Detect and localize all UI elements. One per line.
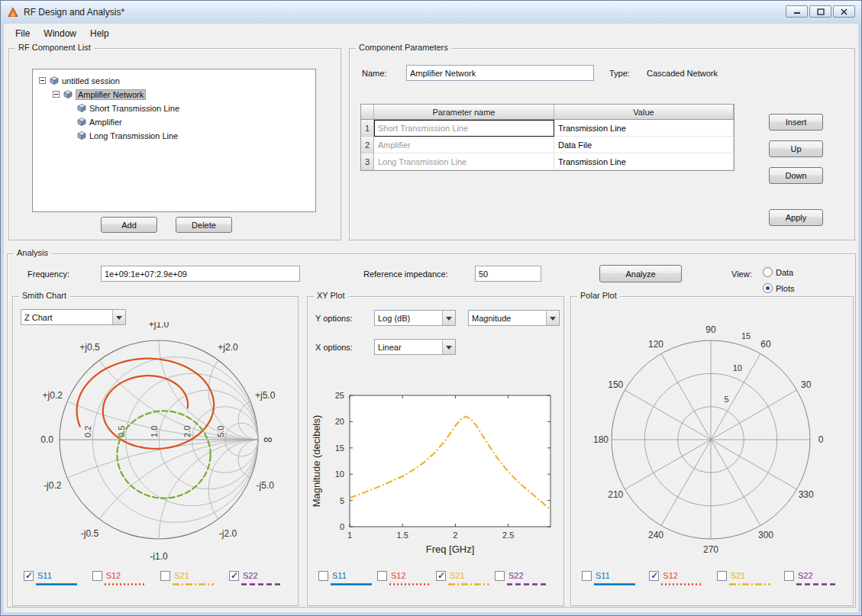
dropdown-button[interactable] xyxy=(442,311,455,325)
tree-item-short-transmission-line[interactable]: Short Transmission Line xyxy=(77,102,179,114)
apply-button[interactable]: Apply xyxy=(769,209,823,226)
rf-component-list-panel: RF Component List untitled session Ampli… xyxy=(8,48,341,240)
node-cube-icon xyxy=(77,103,86,113)
insert-button[interactable]: Insert xyxy=(769,114,823,131)
node-cube-icon xyxy=(50,76,59,85)
s21-checkbox[interactable] xyxy=(717,571,727,581)
s11-checkbox[interactable] xyxy=(582,571,592,581)
down-button[interactable]: Down xyxy=(769,167,823,184)
add-button[interactable]: Add xyxy=(101,217,157,233)
legend-line-sample xyxy=(104,582,147,586)
collapse-icon[interactable] xyxy=(39,77,46,84)
legend-item-s12: S12 xyxy=(649,570,707,590)
s12-checkbox[interactable] xyxy=(92,571,102,581)
close-button[interactable] xyxy=(833,5,855,18)
menu-file[interactable]: File xyxy=(8,26,37,41)
chevron-down-icon xyxy=(446,346,452,353)
y-quantity-value: Magnitude xyxy=(469,314,546,323)
legend-item-s22: S22 xyxy=(784,570,842,590)
s22-checkbox[interactable] xyxy=(495,571,505,581)
svg-text:0.2: 0.2 xyxy=(83,426,92,437)
table-cell-param-1[interactable]: Short Transmission Line xyxy=(374,120,554,137)
xy-legend-row: S11S12S21S22 xyxy=(312,570,559,592)
x-options-dropdown[interactable]: Linear xyxy=(374,339,456,355)
svg-text:5: 5 xyxy=(725,395,729,404)
x-options-value: Linear xyxy=(375,343,442,352)
tree-item-session[interactable]: untitled session xyxy=(39,74,120,87)
s11-checkbox[interactable] xyxy=(318,571,328,581)
tree-item-label: Amplifier xyxy=(89,118,122,127)
tree-item-amplifier-network[interactable]: Amplifier Network xyxy=(53,88,146,101)
maximize-button[interactable] xyxy=(809,5,831,18)
table-cell-value-2[interactable]: Data File xyxy=(554,137,734,153)
dropdown-button[interactable] xyxy=(546,311,559,325)
s21-checkbox[interactable] xyxy=(160,571,170,581)
svg-text:-j2.0: -j2.0 xyxy=(219,528,237,539)
svg-text:Magnitude (decibels): Magnitude (decibels) xyxy=(311,415,322,508)
table-cell-param-2[interactable]: Amplifier xyxy=(374,137,554,153)
name-input[interactable] xyxy=(406,65,594,81)
table-cell-param-3[interactable]: Long Transmission Line xyxy=(374,153,554,170)
table-cell-value-1[interactable]: Transmission Line xyxy=(554,120,734,137)
legend-item-s12: S12 xyxy=(377,570,435,590)
component-parameters-title: Component Parameters xyxy=(356,43,451,52)
x-options-label: X options: xyxy=(315,343,353,352)
view-plots-radio[interactable] xyxy=(763,283,773,293)
s11-checkbox[interactable] xyxy=(24,571,34,581)
s22-checkbox[interactable] xyxy=(229,571,239,581)
analyze-button[interactable]: Analyze xyxy=(599,265,682,282)
delete-button[interactable]: Delete xyxy=(176,217,232,233)
svg-text:2.0: 2.0 xyxy=(182,426,192,437)
svg-text:240: 240 xyxy=(648,530,663,540)
legend-line-sample xyxy=(506,582,549,586)
smith-legend-row: S11S12S21S22 xyxy=(18,570,293,592)
y-options-dropdown[interactable]: Log (dB) xyxy=(374,310,456,326)
svg-text:+j2.0: +j2.0 xyxy=(218,342,238,353)
dropdown-button[interactable] xyxy=(442,340,455,354)
collapse-icon[interactable] xyxy=(53,91,60,98)
svg-text:2.5: 2.5 xyxy=(502,531,514,540)
impedance-input[interactable] xyxy=(475,266,541,282)
tree-item-amplifier[interactable]: Amplifier xyxy=(77,115,122,128)
column-header-value[interactable]: Value xyxy=(554,105,734,120)
view-plots-label[interactable]: Plots xyxy=(776,284,794,293)
title-bar[interactable]: RF Design and Analysis* xyxy=(1,1,861,24)
s12-checkbox[interactable] xyxy=(649,571,659,581)
legend-line-sample xyxy=(447,582,490,586)
legend-label: S21 xyxy=(731,571,746,580)
svg-text:1.5: 1.5 xyxy=(397,531,408,540)
y-quantity-dropdown[interactable]: Magnitude xyxy=(468,310,560,326)
impedance-label: Reference impedance: xyxy=(363,269,448,279)
app-icon xyxy=(7,6,19,18)
svg-text:15: 15 xyxy=(741,331,751,340)
svg-text:0: 0 xyxy=(340,522,344,531)
frequency-input[interactable] xyxy=(101,266,300,282)
legend-label: S11 xyxy=(332,571,347,580)
chevron-down-icon xyxy=(550,317,556,324)
tree-item-long-transmission-line[interactable]: Long Transmission Line xyxy=(77,129,178,142)
menu-help[interactable]: Help xyxy=(83,26,116,41)
svg-text:Freq [GHz]: Freq [GHz] xyxy=(426,543,475,555)
rf-component-list-title: RF Component List xyxy=(15,43,94,52)
tree-item-label: untitled session xyxy=(62,76,120,85)
legend-item-s22: S22 xyxy=(495,570,553,590)
svg-text:5.0: 5.0 xyxy=(216,426,225,437)
xy-plot-panel: XY Plot Y options: Log (dB) Magnitude X … xyxy=(307,296,564,606)
view-data-label[interactable]: Data xyxy=(776,268,793,277)
table-cell-value-3[interactable]: Transmission Line xyxy=(554,153,734,170)
xy-plot-title: XY Plot xyxy=(314,291,348,300)
component-tree: untitled session Amplifier Network Short… xyxy=(32,69,316,212)
menu-bar: File Window Help xyxy=(4,25,116,42)
view-data-radio[interactable] xyxy=(763,267,773,277)
menu-window[interactable]: Window xyxy=(37,26,83,41)
s22-checkbox[interactable] xyxy=(784,571,794,581)
legend-label: S12 xyxy=(663,571,678,580)
window-title: RF Design and Analysis* xyxy=(24,7,124,18)
minimize-button[interactable] xyxy=(786,5,808,18)
column-header-parameter-name[interactable]: Parameter name xyxy=(374,105,554,120)
up-button[interactable]: Up xyxy=(769,140,823,157)
legend-item-s22: S22 xyxy=(229,570,287,590)
legend-line-sample xyxy=(728,582,771,586)
s21-checkbox[interactable] xyxy=(436,571,446,581)
s12-checkbox[interactable] xyxy=(377,571,387,581)
